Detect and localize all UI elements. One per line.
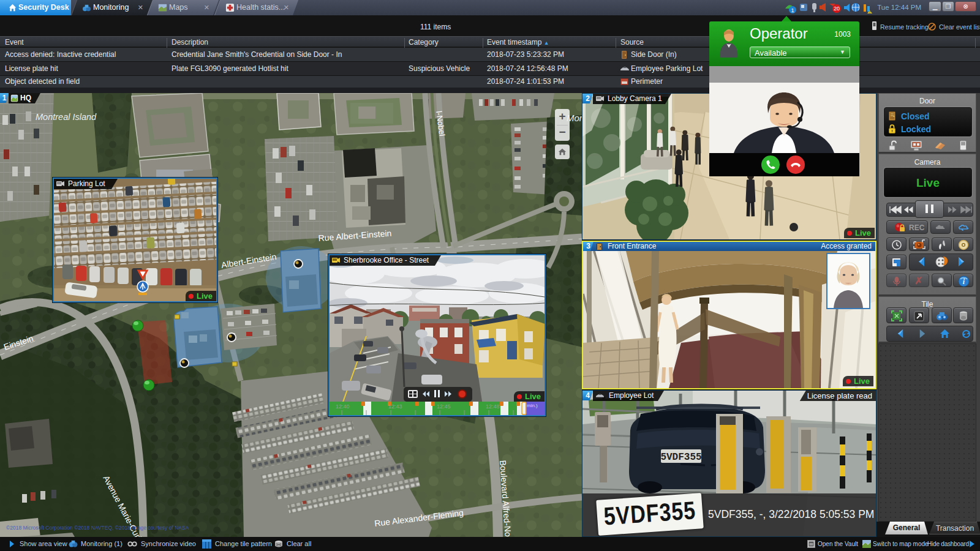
svg-text:20: 20 [834,6,840,12]
svg-text:12:43: 12:43 [388,403,402,410]
svg-text:Montreal Island: Montreal Island [36,112,97,122]
svg-text:12:48: 12:48 [486,403,500,410]
svg-text:12:45: 12:45 [437,403,451,410]
svg-text:5VDF355: 5VDF355 [660,452,701,463]
svg-text:©2018 Microsoft Corporation ©2: ©2018 Microsoft Corporation ©2018 NAVTEQ… [6,525,189,531]
svg-text:1: 1 [791,7,794,13]
svg-text:12:40: 12:40 [336,403,350,410]
